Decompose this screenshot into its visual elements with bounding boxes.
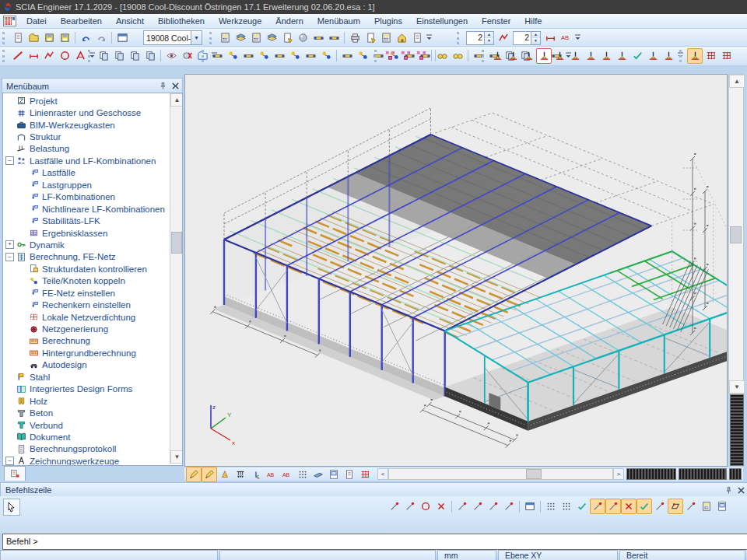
collapse-icon[interactable]: – bbox=[5, 156, 14, 165]
tree-item-dynamik[interactable]: +Dynamik bbox=[3, 239, 170, 250]
tree-item-stabilit-ts-lfk[interactable]: Stabilitäts-LFK bbox=[3, 215, 170, 226]
expand-icon[interactable]: + bbox=[5, 240, 14, 249]
toolbar-grip[interactable] bbox=[209, 32, 215, 44]
beam-node-tool-8-icon[interactable] bbox=[318, 48, 334, 64]
toolbar-grip[interactable] bbox=[679, 50, 685, 62]
3d-model-viewport[interactable]: zYx bbox=[184, 74, 728, 467]
save-all-icon[interactable] bbox=[57, 30, 72, 46]
command-input[interactable]: Befehl > bbox=[2, 534, 747, 550]
menu-item-datei[interactable]: Datei bbox=[19, 15, 54, 28]
menu-item-werkzeuge[interactable]: Werkzeuge bbox=[212, 15, 268, 28]
calculator-icon[interactable] bbox=[248, 30, 264, 46]
spinner-down-icon[interactable]: ▼ bbox=[485, 38, 493, 44]
viewport-scroll-left-icon[interactable]: < bbox=[377, 468, 388, 480]
collapse-icon[interactable]: – bbox=[5, 457, 14, 465]
menu-item-fenster[interactable]: Fenster bbox=[475, 15, 517, 28]
tree-item-rechenkern-einstellen[interactable]: Rechenkern einstellen bbox=[3, 299, 170, 310]
spinner-up-icon[interactable]: ▲ bbox=[531, 32, 540, 38]
transfer-data-icon[interactable] bbox=[264, 30, 279, 46]
load-frame-icon[interactable] bbox=[718, 48, 734, 64]
support-line-icon[interactable] bbox=[583, 48, 598, 64]
support-beam-icon[interactable] bbox=[661, 48, 676, 64]
hide-selection-icon[interactable] bbox=[179, 48, 195, 64]
view-parameters-flag-icon[interactable] bbox=[248, 467, 264, 482]
viewport-scroll-right-icon[interactable]: > bbox=[613, 468, 624, 480]
snap-delete-icon[interactable] bbox=[433, 499, 449, 514]
support-nonlinear-icon[interactable] bbox=[567, 48, 583, 64]
collapse-icon[interactable]: – bbox=[5, 253, 14, 261]
tree-tab[interactable] bbox=[4, 466, 26, 481]
beam-check-2-icon[interactable] bbox=[326, 30, 342, 46]
tree-item-fe-netz-einstellen[interactable]: FE-Netz einstellen bbox=[3, 287, 170, 299]
paste-special-icon[interactable] bbox=[142, 48, 158, 64]
draw-angle-icon[interactable] bbox=[72, 48, 88, 64]
tree-scroll-thumb[interactable] bbox=[171, 232, 182, 254]
curvature-tool-icon[interactable] bbox=[496, 30, 511, 46]
support-sliding-icon[interactable] bbox=[521, 48, 536, 64]
copy-multi-icon[interactable] bbox=[111, 48, 127, 64]
picture-doc-icon[interactable] bbox=[409, 30, 425, 46]
wireframe-pencil-icon[interactable] bbox=[186, 467, 202, 482]
tree-item-hintergrundberechnung[interactable]: Hintergrundberechnung bbox=[3, 347, 170, 359]
toolbar-grip[interactable] bbox=[202, 50, 207, 62]
beam-node-tool-10-icon[interactable] bbox=[355, 48, 370, 64]
cmd-close-icon[interactable] bbox=[735, 485, 746, 495]
print-preview-icon[interactable] bbox=[363, 30, 378, 46]
mesh-ball-icon[interactable] bbox=[295, 30, 310, 46]
selection-cursor-button[interactable] bbox=[3, 499, 20, 516]
show-labels-abc-icon[interactable]: AB bbox=[264, 467, 279, 482]
tree-item-lastgruppen[interactable]: Lastgruppen bbox=[3, 179, 170, 191]
beam-node-tool-2-icon[interactable] bbox=[225, 48, 240, 64]
viewport-scroll-up-icon[interactable]: ▲ bbox=[729, 75, 745, 88]
support-hinged-icon[interactable] bbox=[505, 48, 521, 64]
bottom-collapsed-toolbar-grip-1[interactable] bbox=[626, 468, 676, 480]
menu-item-bearbeiten[interactable]: Bearbeiten bbox=[54, 15, 109, 28]
right-collapsed-toolbar-grip[interactable] bbox=[730, 394, 744, 466]
table-grid-icon[interactable] bbox=[357, 467, 373, 482]
show-nodes-icon[interactable] bbox=[295, 467, 310, 482]
beam-node-tool-3-icon[interactable] bbox=[240, 48, 256, 64]
menu-item-plugins[interactable]: Plugins bbox=[367, 15, 409, 28]
new-project-icon[interactable] bbox=[10, 30, 26, 46]
beam-node-tool-4-icon[interactable] bbox=[256, 48, 272, 64]
menu-item-hilfe[interactable]: Hilfe bbox=[517, 15, 549, 28]
print-icon[interactable] bbox=[347, 30, 363, 46]
snap-ortho-icon[interactable] bbox=[559, 499, 574, 514]
menu-item-ndern[interactable]: Ändern bbox=[268, 15, 310, 28]
tree-item-lastf-lle-und-lf-kombinationen[interactable]: –Lastfälle und LF-Kombinationen bbox=[3, 155, 170, 166]
active-project-combobox[interactable]: 19008 Cool-Discou ▼ bbox=[143, 30, 202, 45]
snap-angle-icon[interactable] bbox=[454, 499, 470, 514]
beam-node-tool-6-icon[interactable] bbox=[287, 48, 303, 64]
menu-item-bibliotheken[interactable]: Bibliotheken bbox=[151, 15, 212, 28]
beam-node-tool-9-icon[interactable] bbox=[339, 48, 355, 64]
toolbar-overflow-icon[interactable] bbox=[425, 31, 433, 45]
toolbar-grip[interactable] bbox=[88, 50, 93, 62]
check-structure-nodes-icon[interactable] bbox=[450, 48, 465, 64]
toolbar-grip[interactable] bbox=[2, 32, 8, 44]
viewport-vscroll-thumb[interactable] bbox=[730, 226, 742, 243]
undo-icon[interactable] bbox=[78, 30, 93, 46]
support-green-icon[interactable] bbox=[630, 48, 645, 64]
tree-item-linienraster-und-geschosse[interactable]: Linienraster und Geschosse bbox=[3, 107, 170, 118]
render-pencil-icon[interactable] bbox=[202, 467, 217, 482]
menu-item-ansicht[interactable]: Ansicht bbox=[109, 15, 151, 28]
hinge-tool-icon[interactable] bbox=[413, 48, 429, 64]
snap-line-1-icon[interactable] bbox=[387, 499, 402, 514]
snap-grid-icon[interactable] bbox=[543, 499, 559, 514]
beam-check-icon[interactable] bbox=[310, 30, 326, 46]
layers-icon[interactable] bbox=[233, 30, 248, 46]
draw-polyline-icon[interactable] bbox=[41, 48, 57, 64]
visibility-eye-icon[interactable] bbox=[163, 48, 179, 64]
show-loads-icon[interactable] bbox=[233, 467, 248, 482]
tree-item-beton[interactable]: Beton bbox=[3, 407, 170, 418]
tree-item-berechnung[interactable]: Berechnung bbox=[3, 335, 170, 347]
move-node-icon[interactable] bbox=[382, 48, 398, 64]
tree-item-nichtlineare-lf-kombinationen[interactable]: Nichtlineare LF-Kombinationen bbox=[3, 203, 170, 215]
snap-move-icon[interactable] bbox=[470, 499, 486, 514]
load-grid-icon[interactable] bbox=[703, 48, 718, 64]
deformation-tool-icon[interactable] bbox=[542, 30, 558, 46]
tree-item-berechnung-fe-netz[interactable]: –Berechnung, FE-Netz bbox=[3, 251, 170, 263]
snap-endpoint-icon[interactable] bbox=[590, 499, 605, 514]
snap-perpendicular-icon[interactable] bbox=[637, 499, 652, 514]
redo-icon[interactable] bbox=[93, 30, 109, 46]
